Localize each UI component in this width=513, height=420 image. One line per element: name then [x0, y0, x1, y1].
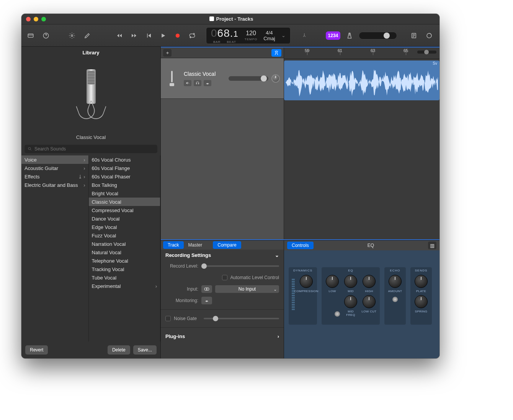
arrange-area[interactable]: 59616365 Sv [284, 47, 439, 239]
knob-label: LOW [328, 289, 336, 293]
chevron-right-icon: › [278, 333, 279, 339]
library-preset[interactable]: 60s Vocal Phaser [89, 172, 160, 181]
rack-knob[interactable]: MID [343, 275, 358, 293]
library-category[interactable]: Electric Guitar and Bass› [21, 181, 88, 189]
library-preset[interactable]: Fuzz Vocal [89, 231, 160, 240]
jack-icon [335, 311, 340, 317]
library-preset[interactable]: Edge Vocal [89, 223, 160, 231]
rack-group: ECHOAMOUNT [384, 267, 406, 325]
inspector-tabs: Track Master Compare [161, 240, 284, 250]
save-button[interactable]: Save... [133, 345, 157, 355]
library-toggle-button[interactable] [25, 29, 37, 42]
tuner-button[interactable] [298, 29, 310, 42]
minimize-icon[interactable] [34, 17, 38, 21]
noise-gate-checkbox[interactable] [165, 316, 171, 321]
library-preset[interactable]: Bright Vocal [89, 189, 160, 198]
count-in-badge[interactable]: 1234 [326, 31, 341, 40]
horizontal-zoom-slider[interactable] [417, 51, 436, 54]
rack-group-label: ECHO [384, 269, 406, 272]
catch-playhead-button[interactable] [271, 49, 281, 57]
library-preset[interactable]: Telephone Vocal [89, 257, 160, 265]
track-headers: ＋ Classic Vocal [161, 47, 284, 239]
record-level-label: Record Level: [165, 263, 198, 269]
lcd-display[interactable]: 068.1 BAR BEAT 120 TEMPO 4/4 Cmaj ⌄ [206, 27, 291, 44]
plugins-header[interactable]: Plug-ins › [161, 331, 284, 342]
rack-knob[interactable]: AMOUNT [387, 275, 403, 293]
tab-controls[interactable]: Controls [287, 242, 314, 249]
library-preset[interactable]: Compressed Vocal [89, 206, 160, 214]
search-input[interactable] [25, 145, 157, 153]
rack-knob[interactable]: LOW CUT [361, 295, 377, 317]
rack-knob[interactable]: SPRING [413, 295, 429, 313]
quick-help-button[interactable] [40, 29, 52, 42]
rack-knob[interactable]: LOW [325, 275, 340, 293]
library-category[interactable]: Voice› [21, 155, 88, 164]
rack-knob[interactable]: HIGH [361, 275, 377, 293]
auto-level-checkbox[interactable] [222, 275, 227, 280]
play-button[interactable] [157, 29, 169, 42]
audio-region[interactable]: Sv [284, 60, 439, 100]
library-preset[interactable]: 60s Vocal Flange [89, 164, 160, 172]
input-select[interactable]: No Input [215, 285, 279, 293]
record-button[interactable] [172, 29, 184, 42]
library-preset[interactable]: Tracking Vocal [89, 265, 160, 273]
knob-label: COMPRESSION [294, 289, 318, 293]
rack-knob[interactable]: PLATE [413, 275, 429, 293]
app-window: Project - Tracks 068.1 [21, 14, 439, 358]
library-preset[interactable]: Experimental› [89, 282, 160, 290]
monitoring-label: Monitoring: [165, 298, 198, 303]
mute-button[interactable] [184, 80, 191, 86]
delete-button[interactable]: Delete [108, 345, 130, 355]
library-preset[interactable]: Tube Vocal [89, 273, 160, 282]
pan-knob[interactable] [271, 74, 280, 83]
solo-headphones-button[interactable] [194, 80, 201, 86]
library-preset[interactable]: Box Talking [89, 181, 160, 189]
forward-button[interactable] [128, 29, 140, 42]
library-preset[interactable]: Dance Vocal [89, 214, 160, 223]
close-icon[interactable] [26, 17, 31, 21]
master-volume-slider[interactable] [359, 32, 397, 39]
smart-controls-rack: Controls EQ ▥ DYNAMICSCOMPRESSIONEQLOWMI… [284, 240, 439, 358]
library-title: Library [21, 47, 160, 59]
input-stereo-button[interactable] [201, 285, 212, 293]
settings-button[interactable] [66, 29, 78, 42]
library-preset[interactable]: Narration Vocal [89, 240, 160, 248]
inspector-left: Track Master Compare Recording Settings … [161, 240, 284, 358]
track-row[interactable]: Classic Vocal [161, 58, 284, 99]
input-monitor-button[interactable] [204, 80, 211, 86]
record-level-slider[interactable] [201, 265, 279, 267]
compare-button[interactable]: Compare [213, 241, 241, 249]
add-track-button[interactable]: ＋ [163, 49, 172, 57]
rack-knob[interactable]: COMPRESSION [299, 275, 314, 322]
metronome-button[interactable] [343, 29, 356, 42]
revert-button[interactable]: Revert [25, 345, 48, 355]
library-preset[interactable]: 60s Vocal Chorus [89, 155, 160, 164]
chevron-down-icon: ⌄ [275, 252, 279, 258]
loop-browser-button[interactable] [423, 29, 435, 42]
cycle-button[interactable] [186, 29, 198, 42]
go-to-start-button[interactable] [142, 29, 155, 42]
inspector-toggle-button[interactable]: ▥ [428, 242, 436, 249]
svg-point-11 [207, 83, 207, 84]
zoom-icon[interactable] [41, 17, 46, 21]
library-category[interactable]: Acoustic Guitar› [21, 164, 88, 172]
edit-pencil-button[interactable] [81, 29, 93, 42]
library-preset[interactable]: Natural Vocal [89, 248, 160, 257]
recording-settings-header[interactable]: Recording Settings ⌄ [161, 250, 284, 260]
rewind-button[interactable] [113, 29, 126, 42]
library-category[interactable]: Effects⤓ › [21, 172, 88, 181]
notepad-button[interactable] [408, 29, 420, 42]
tab-track[interactable]: Track [163, 241, 184, 249]
library-preset[interactable]: Classic Vocal [89, 198, 160, 206]
ruler-tick-label: 61 [338, 48, 342, 53]
tab-master[interactable]: Master [184, 241, 207, 249]
ruler-tick-label: 65 [404, 48, 408, 53]
rack-knob[interactable]: MID FREQ [343, 295, 358, 317]
noise-gate-slider[interactable] [204, 318, 279, 319]
region-label: Sv [433, 61, 437, 65]
track-icon [165, 70, 179, 87]
track-volume-slider[interactable] [229, 76, 268, 81]
timeline-ruler[interactable]: 59616365 [284, 47, 439, 59]
monitoring-button[interactable] [201, 297, 212, 304]
tab-eq[interactable]: EQ [363, 242, 379, 249]
